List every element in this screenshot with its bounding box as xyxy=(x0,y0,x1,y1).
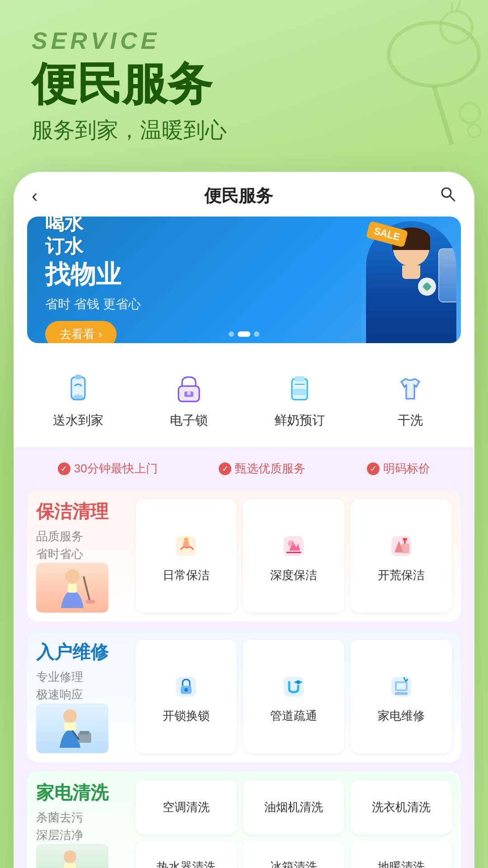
appliance-fridge[interactable]: 冰箱清洗 xyxy=(243,840,344,868)
services-container: ✓ 30分钟最快上门 ✓ 甄选优质服务 ✓ 明码标价 保洁清理 品质服务省时省心 xyxy=(14,447,474,868)
repair-desc: 专业修理极速响应 xyxy=(36,668,127,703)
banner-subtitle: 省时 省钱 更省心 xyxy=(45,296,443,313)
svg-point-12 xyxy=(73,395,84,400)
renovation-cleaning-icon xyxy=(385,530,417,562)
appliance-card-left: 家电清洗 杀菌去污深层洁净 xyxy=(36,780,136,868)
service-renovation-cleaning[interactable]: 开荒保洁 xyxy=(351,499,452,613)
svg-point-40 xyxy=(296,680,300,684)
svg-point-19 xyxy=(65,569,80,584)
svg-line-21 xyxy=(84,576,90,604)
back-button[interactable]: ‹ xyxy=(32,186,38,206)
service-pipe[interactable]: 管道疏通 xyxy=(243,640,344,753)
quick-service-water[interactable]: 送水到家 xyxy=(23,361,133,438)
svg-rect-39 xyxy=(284,677,304,697)
appliance-ac-label: 空调清洗 xyxy=(163,799,210,815)
milk-icon xyxy=(282,370,318,406)
deep-cleaning-icon xyxy=(278,530,310,562)
banner-content: 喝水 订水 找物业 省时 省钱 更省心 去看看 › xyxy=(27,217,461,343)
svg-rect-44 xyxy=(395,692,408,695)
badge-fast: ✓ 30分钟最快上门 xyxy=(58,461,158,476)
locksmith-icon xyxy=(170,671,202,703)
appliance-repair-icon xyxy=(385,671,417,703)
svg-rect-28 xyxy=(401,543,409,553)
svg-point-31 xyxy=(63,709,77,723)
repair-card-left: 入户维修 专业修理极速响应 xyxy=(36,640,136,753)
hero-service-label: SERVICE xyxy=(32,27,461,54)
daily-cleaning-icon xyxy=(170,530,202,562)
svg-rect-34 xyxy=(80,731,89,735)
svg-rect-46 xyxy=(64,863,76,868)
repair-services-grid: 开锁换锁 管道疏通 xyxy=(136,640,452,753)
badge-check-icon-2: ✓ xyxy=(219,462,231,475)
service-locksmith[interactable]: 开锁换锁 xyxy=(136,640,237,753)
quick-service-lock-label: 电子锁 xyxy=(170,412,208,429)
cleaning-title: 保洁清理 xyxy=(36,499,127,524)
svg-rect-43 xyxy=(397,683,406,689)
svg-point-38 xyxy=(184,688,188,692)
svg-rect-32 xyxy=(64,722,76,731)
svg-rect-30 xyxy=(403,538,407,541)
service-appliance-repair[interactable]: 家电维修 xyxy=(351,640,452,753)
search-button[interactable] xyxy=(439,185,456,207)
lock-icon xyxy=(171,370,207,406)
appliance-card: 家电清洗 杀菌去污深层洁净 xyxy=(27,771,461,868)
badge-check-icon: ✓ xyxy=(58,462,70,475)
badge-price: ✓ 明码标价 xyxy=(367,461,430,476)
svg-rect-17 xyxy=(295,376,305,382)
svg-rect-20 xyxy=(68,584,77,593)
svg-rect-18 xyxy=(293,389,306,395)
quick-service-lock[interactable]: 电子锁 xyxy=(133,361,244,438)
quick-service-water-label: 送水到家 xyxy=(53,412,103,429)
hero-subtitle: 服务到家，温暖到心 xyxy=(32,116,461,145)
appliance-washer[interactable]: 洗衣机清洗 xyxy=(351,780,452,834)
badge-check-icon-3: ✓ xyxy=(367,462,380,475)
appliance-person-illustration xyxy=(36,844,108,868)
locksmith-label: 开锁换锁 xyxy=(163,708,210,724)
shirt-icon xyxy=(392,370,428,406)
appliance-title: 家电清洗 xyxy=(36,780,127,805)
appliance-floor-heating[interactable]: 地暖清洗 xyxy=(351,840,452,868)
cleaning-card-left: 保洁清理 品质服务省时省心 xyxy=(36,499,136,613)
pipe-icon xyxy=(278,671,310,703)
appliance-services-grid: 空调清洗 油烟机清洗 洗衣机清洗 热水器清洗 冰箱清洗 地暖 xyxy=(136,780,452,868)
deep-cleaning-label: 深度保洁 xyxy=(270,567,317,583)
appliance-ac[interactable]: 空调清洗 xyxy=(136,780,237,834)
phone-frame: ‹ 便民服务 喝水 订水 找物业 省时 省钱 更省心 去看看 › xyxy=(14,172,474,868)
repair-person-illustration xyxy=(36,703,108,753)
svg-rect-11 xyxy=(75,375,81,379)
daily-cleaning-label: 日常保洁 xyxy=(163,567,210,583)
nav-title: 便民服务 xyxy=(204,184,273,208)
svg-point-45 xyxy=(64,850,76,863)
appliance-desc: 杀菌去污深层洁净 xyxy=(36,809,127,844)
banner-line1: 喝水 订水 xyxy=(45,217,443,258)
quick-service-milk[interactable]: 鲜奶预订 xyxy=(244,361,355,438)
quick-services-grid: 送水到家 电子锁 xyxy=(14,357,474,447)
water-icon xyxy=(60,370,96,406)
nav-bar: ‹ 便民服务 xyxy=(14,172,474,217)
cleaning-card: 保洁清理 品质服务省时省心 xyxy=(27,490,461,622)
repair-title: 入户维修 xyxy=(36,640,127,665)
appliance-heater[interactable]: 热水器清洗 xyxy=(136,840,237,868)
banner-cta-button[interactable]: 去看看 › xyxy=(45,321,117,343)
pipe-label: 管道疏通 xyxy=(270,708,317,724)
svg-point-26 xyxy=(288,540,294,547)
quick-service-dryclean[interactable]: 干洗 xyxy=(355,361,465,438)
banner[interactable]: 喝水 订水 找物业 省时 省钱 更省心 去看看 › SALE xyxy=(27,217,461,343)
appliance-washer-label: 洗衣机清洗 xyxy=(372,799,431,815)
appliance-floor-heating-label: 地暖清洗 xyxy=(378,859,425,868)
svg-point-24 xyxy=(184,538,188,542)
badges-row: ✓ 30分钟最快上门 ✓ 甄选优质服务 ✓ 明码标价 xyxy=(27,461,461,476)
appliance-repair-label: 家电维修 xyxy=(378,708,425,724)
appliance-fridge-label: 冰箱清洗 xyxy=(270,859,317,868)
svg-line-8 xyxy=(450,196,455,201)
service-deep-cleaning[interactable]: 深度保洁 xyxy=(243,499,344,613)
appliance-heater-label: 热水器清洗 xyxy=(157,859,216,868)
svg-point-15 xyxy=(187,392,191,395)
repair-card: 入户维修 专业修理极速响应 xyxy=(27,631,461,762)
quick-service-dryclean-label: 干洗 xyxy=(398,412,423,429)
service-daily-cleaning[interactable]: 日常保洁 xyxy=(136,499,237,613)
renovation-cleaning-label: 开荒保洁 xyxy=(378,567,425,583)
quick-service-milk-label: 鲜奶预订 xyxy=(274,412,325,429)
badge-quality: ✓ 甄选优质服务 xyxy=(219,461,305,476)
appliance-hood[interactable]: 油烟机清洗 xyxy=(243,780,344,834)
